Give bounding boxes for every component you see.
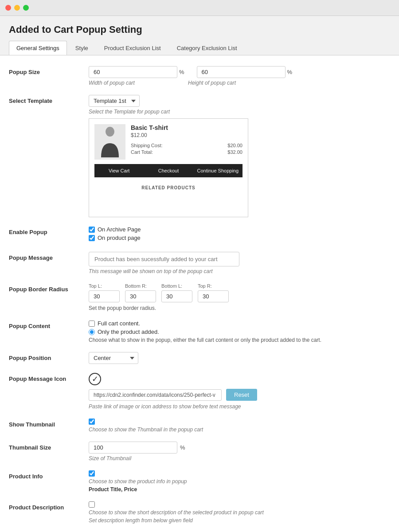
icon-preview-circle: ✓ <box>89 373 101 385</box>
br-top-l-label: Top L: <box>89 283 120 289</box>
thumbnail-size-unit: % <box>180 444 185 451</box>
popup-position-dropdown[interactable]: Center Left Right Top Left Top Right Bot… <box>89 352 138 364</box>
popup-width-unit: % <box>179 69 184 75</box>
enable-popup-archive-checkbox[interactable] <box>89 227 95 233</box>
popup-message-input[interactable] <box>89 252 239 266</box>
popup-width-input[interactable] <box>89 66 177 78</box>
icon-hint: Paste link of image or icon address to s… <box>89 403 390 410</box>
show-thumbnail-hint: Choose to show the Thumbnail in the popu… <box>89 426 390 433</box>
template-dropdown[interactable]: Template 1st Template 2nd Template 3rd <box>89 95 140 107</box>
popup-content-only-product-radio[interactable] <box>89 329 95 335</box>
br-top-r-field: Top R: <box>198 283 229 302</box>
br-bottom-l-label: Bottom L: <box>161 283 192 289</box>
popup-content-hint: Choose what to show in the popup, either… <box>89 337 390 343</box>
product-info-option[interactable] <box>89 470 390 477</box>
show-thumbnail-label: Show Thumbnail <box>9 419 89 428</box>
enable-popup-product-option[interactable]: On product page <box>89 235 390 241</box>
popup-message-control: This message will be shown on top of the… <box>89 252 390 274</box>
popup-content-only-product-option[interactable]: Only the product added. <box>89 329 390 335</box>
product-info-note: Product Title, Price <box>89 486 390 493</box>
popup-size-inputs: % % <box>89 66 390 78</box>
preview-continue-btn[interactable]: Continue Shopping <box>193 164 243 177</box>
br-top-r-label: Top R: <box>198 283 229 289</box>
preview-shipping-label: Shipping Cost: <box>131 143 163 148</box>
icon-url-row: Reset <box>89 389 390 401</box>
popup-width-hint: Width of popup cart <box>89 80 182 86</box>
maximize-button[interactable] <box>23 5 29 11</box>
tab-general-settings[interactable]: General Settings <box>9 41 67 55</box>
br-bottom-r-input[interactable] <box>125 290 156 302</box>
titlebar <box>0 0 399 16</box>
tab-product-exclusion[interactable]: Product Exclusion List <box>97 41 168 55</box>
product-info-row: Product Info Choose to show the product … <box>9 470 390 493</box>
main-content: Popup Size % % Width of popup cart <box>0 55 399 532</box>
tab-category-exclusion[interactable]: Category Exclusion List <box>169 41 245 55</box>
popup-content-full-cart-checkbox[interactable] <box>89 321 95 327</box>
thumbnail-size-control: % Size of Thumbnail <box>89 442 390 462</box>
popup-size-row: Popup Size % % Width of popup cart <box>9 66 390 86</box>
select-template-row: Select Template Template 1st Template 2n… <box>9 95 390 217</box>
svg-point-0 <box>106 127 114 137</box>
preview-cart-total-value: $32.00 <box>227 149 243 155</box>
check-icon: ✓ <box>92 374 98 384</box>
app-window: Added to Cart Popup Setting General Sett… <box>0 0 399 532</box>
popup-height-hint: Height of popup cart <box>188 80 281 86</box>
product-info-checkbox[interactable] <box>89 470 95 477</box>
product-info-label: Product Info <box>9 470 89 480</box>
popup-border-radius-control: Top L: Bottom R: Bottom L: Top R: <box>89 283 390 311</box>
enable-popup-product-label: On product page <box>98 235 141 241</box>
show-thumbnail-option[interactable] <box>89 419 390 425</box>
template-preview: Basic T-shirt $12.00 Shipping Cost: $20.… <box>89 118 248 217</box>
thumbnail-size-row: Thumbnail Size % Size of Thumbnail <box>9 442 390 462</box>
popup-position-row: Popup Position Center Left Right Top Lef… <box>9 352 390 364</box>
icon-url-input[interactable] <box>89 389 222 401</box>
popup-message-label: Popup Message <box>9 252 89 261</box>
enable-popup-archive-option[interactable]: On Archive Page <box>89 226 390 233</box>
product-description-option[interactable] <box>89 501 390 508</box>
product-description-hint2: Set description length from below given … <box>89 517 390 524</box>
popup-content-only-product-label: Only the product added. <box>98 329 159 335</box>
preview-product-name: Basic T-shirt <box>131 124 243 131</box>
popup-message-row: Popup Message This message will be shown… <box>9 252 390 274</box>
reset-icon-button[interactable]: Reset <box>226 389 257 401</box>
popup-content-full-cart-label: Full cart content. <box>98 320 140 327</box>
popup-height-input[interactable] <box>197 66 286 78</box>
show-thumbnail-checkbox[interactable] <box>89 419 95 425</box>
product-description-checkbox[interactable] <box>89 501 95 508</box>
popup-content-full-cart-option[interactable]: Full cart content. <box>89 320 390 327</box>
preview-view-cart-btn[interactable]: View Cart <box>94 164 144 177</box>
popup-position-label: Popup Position <box>9 352 89 361</box>
popup-content-label: Popup Content <box>9 320 89 329</box>
popup-border-radius-label: Popup Border Radius <box>9 283 89 293</box>
thumbnail-size-input[interactable] <box>89 442 177 454</box>
popup-height-group: % <box>197 66 293 78</box>
br-top-r-input[interactable] <box>198 290 229 302</box>
popup-message-icon-label: Popup Message Icon <box>9 373 89 382</box>
tab-style[interactable]: Style <box>68 41 96 55</box>
br-bottom-l-field: Bottom L: <box>161 283 192 302</box>
popup-message-hint: This message will be shown on top of the… <box>89 268 390 274</box>
product-info-control: Choose to show the product info in popup… <box>89 470 390 493</box>
br-bottom-l-input[interactable] <box>161 290 192 302</box>
close-button[interactable] <box>5 5 11 11</box>
preview-product-price: $12.00 <box>131 132 243 138</box>
thumbnail-size-label: Thumbnail Size <box>9 442 89 451</box>
thumbnail-size-hint: Size of Thumbnail <box>89 455 390 462</box>
popup-position-control: Center Left Right Top Left Top Right Bot… <box>89 352 390 364</box>
br-bottom-r-field: Bottom R: <box>125 283 156 302</box>
product-description-control: Choose to show the short description of … <box>89 501 390 524</box>
enable-popup-product-checkbox[interactable] <box>89 235 95 241</box>
template-hint: Select the Template for popup cart <box>89 109 390 115</box>
preview-checkout-btn[interactable]: Checkout <box>144 164 193 177</box>
popup-border-radius-row: Popup Border Radius Top L: Bottom R: Bot… <box>9 283 390 311</box>
br-bottom-r-label: Bottom R: <box>125 283 156 289</box>
br-top-l-input[interactable] <box>89 290 120 302</box>
show-thumbnail-row: Show Thumbnail Choose to show the Thumbn… <box>9 419 390 433</box>
popup-width-group: % <box>89 66 184 78</box>
popup-size-label: Popup Size <box>9 66 89 75</box>
enable-popup-control: On Archive Page On product page <box>89 226 390 243</box>
popup-message-icon-control: ✓ Reset Paste link of image or icon addr… <box>89 373 390 410</box>
border-radius-hint: Set the popup border radius. <box>89 305 390 311</box>
minimize-button[interactable] <box>14 5 20 11</box>
br-top-l-field: Top L: <box>89 283 120 302</box>
